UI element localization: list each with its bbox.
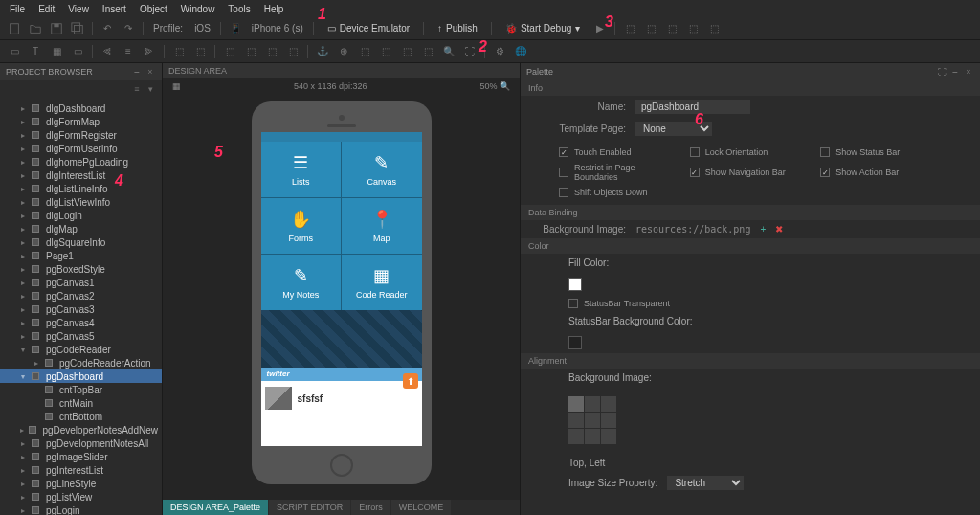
tile-forms[interactable]: ✋Forms [261, 198, 342, 254]
tree-item-pgLineStyle[interactable]: ▸pgLineStyle [0, 477, 162, 490]
debug-step3-icon[interactable]: ⬚ [663, 20, 680, 37]
device-label[interactable]: iPhone 6 (s) [248, 23, 307, 34]
tree-collapse-icon[interactable]: ≡ [131, 84, 143, 94]
img-size-select[interactable]: Stretch [667, 476, 744, 490]
tool-rect-icon[interactable]: ▭ [6, 43, 23, 60]
tile-canvas[interactable]: ✎Canvas [342, 142, 422, 197]
palette-close-icon[interactable]: × [963, 67, 974, 77]
tree-item-dlgSquareInfo[interactable]: ▸dlgSquareInfo [0, 235, 162, 249]
check-lock-orientation[interactable]: Lock Orientation [690, 147, 812, 157]
tree-item-cntTopBar[interactable]: cntTopBar [0, 383, 162, 396]
tab-welcome[interactable]: WELCOME [391, 500, 452, 515]
dist-v-icon[interactable]: ⬚ [191, 43, 209, 60]
add-bg-icon[interactable]: + [760, 224, 766, 235]
check-touch-enabled[interactable]: Touch Enabled [559, 147, 680, 157]
palette-min-icon[interactable]: ‒ [949, 67, 961, 77]
phone-screen[interactable]: ☰Lists✎Canvas✋Forms📍Map✎My Notes▦Code Re… [261, 132, 422, 446]
layout2-icon[interactable]: ⬚ [284, 43, 301, 60]
publish-button[interactable]: ↑Publish [430, 21, 485, 35]
tree-item-pgDevelopmentNotesAll[interactable]: ▸pgDevelopmentNotesAll [0, 437, 162, 450]
project-tree[interactable]: ▸dlgDashboard▸dlgFormMap▸dlgFormRegister… [0, 98, 162, 515]
menu-help[interactable]: Help [258, 2, 290, 16]
tab-design-palette[interactable]: DESIGN AREA_Palette [163, 500, 268, 515]
debug-step1-icon[interactable]: ⬚ [621, 20, 638, 37]
tree-item-pgCodeReaderAction[interactable]: ▸pgCodeReaderAction [0, 356, 162, 369]
panel-close-icon[interactable]: × [145, 67, 156, 77]
debug-button[interactable]: 🐞Start Debug▾ [498, 21, 588, 35]
tool-image-icon[interactable]: ▦ [48, 43, 65, 60]
tree-item-pgCanvas1[interactable]: ▸pgCanvas1 [0, 276, 162, 289]
tree-menu-icon[interactable]: ▾ [145, 84, 156, 94]
template-select[interactable]: None [635, 122, 712, 136]
misc3-icon[interactable]: ⬚ [398, 43, 415, 60]
tile-my-notes[interactable]: ✎My Notes [261, 255, 342, 310]
tree-item-pgInterestList[interactable]: ▸pgInterestList [0, 463, 162, 477]
tile-lists[interactable]: ☰Lists [261, 142, 342, 197]
align-center-icon[interactable]: ≡ [120, 43, 137, 60]
alignment-grid[interactable] [568, 396, 616, 444]
redo-icon[interactable]: ↷ [120, 20, 137, 37]
tree-item-dlgListViewInfo[interactable]: ▸dlgListViewInfo [0, 195, 162, 209]
open-icon[interactable] [27, 20, 44, 37]
debug-step4-icon[interactable]: ⬚ [684, 20, 702, 37]
tile-code-reader[interactable]: ▦Code Reader [342, 255, 422, 310]
tree-item-pgListView[interactable]: ▸pgListView [0, 490, 162, 504]
remove-bg-icon[interactable]: ✖ [775, 224, 783, 235]
tree-item-pgDeveloperNotesAddNew[interactable]: ▸pgDeveloperNotesAddNew [0, 423, 162, 437]
align-right-icon[interactable]: ⫸ [141, 43, 158, 60]
name-input[interactable] [635, 100, 750, 114]
fill-color-swatch[interactable] [568, 278, 582, 291]
misc1-icon[interactable]: ⬚ [356, 43, 373, 60]
tree-item-pgCanvas2[interactable]: ▸pgCanvas2 [0, 289, 162, 302]
debug-step2-icon[interactable]: ⬚ [642, 20, 659, 37]
settings-icon[interactable]: ⚙ [491, 43, 508, 60]
statusbar-bg-swatch[interactable] [568, 336, 582, 349]
tree-item-pgCanvas4[interactable]: ▸pgCanvas4 [0, 316, 162, 329]
tab-script-editor[interactable]: SCRIPT EDITOR [269, 500, 350, 515]
anchor-icon[interactable]: ⚓ [314, 43, 331, 60]
tree-item-dlghomePgLoading[interactable]: ▸dlghomePgLoading [0, 155, 162, 168]
new-icon[interactable] [6, 20, 23, 37]
globe-icon[interactable]: 🌐 [512, 43, 529, 60]
misc4-icon[interactable]: ⬚ [419, 43, 436, 60]
run-icon[interactable]: ▶ [591, 20, 609, 37]
zoom-in-icon[interactable]: 🔍 [440, 43, 457, 60]
tree-item-pgCanvas5[interactable]: ▸pgCanvas5 [0, 329, 162, 343]
profile-value[interactable]: iOS [190, 23, 214, 34]
menu-insert[interactable]: Insert [97, 2, 132, 16]
phone-icon[interactable]: 📱 [227, 20, 244, 37]
save-all-icon[interactable] [69, 20, 86, 37]
panel-min-icon[interactable]: ‒ [131, 67, 143, 77]
tree-item-dlgFormRegister[interactable]: ▸dlgFormRegister [0, 128, 162, 142]
statusbar-transparent-checkbox[interactable] [568, 299, 578, 308]
tree-item-pgCanvas3[interactable]: ▸pgCanvas3 [0, 302, 162, 316]
group-icon[interactable]: ⬚ [221, 43, 238, 60]
zoom-icon[interactable]: 🔍 [500, 81, 510, 91]
tree-item-cntBottom[interactable]: cntBottom [0, 410, 162, 423]
tree-item-pgCodeReader[interactable]: ▾pgCodeReader [0, 343, 162, 356]
tree-item-pgLogin[interactable]: ▸pgLogin [0, 504, 162, 515]
tree-item-cntMain[interactable]: cntMain [0, 396, 162, 410]
tree-item-Page1[interactable]: ▸Page1 [0, 249, 162, 262]
debug-step5-icon[interactable]: ⬚ [705, 20, 723, 37]
dist-h-icon[interactable]: ⬚ [170, 43, 188, 60]
check-shift-objects-down[interactable]: Shift Objects Down [559, 188, 680, 197]
save-icon[interactable] [48, 20, 65, 37]
tree-item-dlgLogin[interactable]: ▸dlgLogin [0, 209, 162, 222]
menu-file[interactable]: File [4, 2, 31, 16]
check-show-navigation-bar[interactable]: Show Navigation Bar [690, 163, 812, 182]
target-icon[interactable]: ⊕ [335, 43, 352, 60]
check-show-status-bar[interactable]: Show Status Bar [820, 147, 942, 157]
layers-icon[interactable]: ▦ [172, 81, 181, 91]
undo-icon[interactable]: ↶ [99, 20, 116, 37]
tree-item-dlgFormMap[interactable]: ▸dlgFormMap [0, 115, 162, 128]
menu-view[interactable]: View [62, 2, 95, 16]
tree-item-pgImageSlider[interactable]: ▸pgImageSlider [0, 450, 162, 463]
menu-object[interactable]: Object [134, 2, 173, 16]
zoom-level[interactable]: 50% [479, 81, 497, 91]
tree-item-dlgMap[interactable]: ▸dlgMap [0, 222, 162, 235]
fit-icon[interactable]: ⛶ [461, 43, 479, 60]
tool-text-icon[interactable]: T [27, 43, 44, 60]
tree-item-pgDashboard[interactable]: ▾pgDashboard [0, 369, 162, 383]
tool-button-icon[interactable]: ▭ [69, 43, 86, 60]
